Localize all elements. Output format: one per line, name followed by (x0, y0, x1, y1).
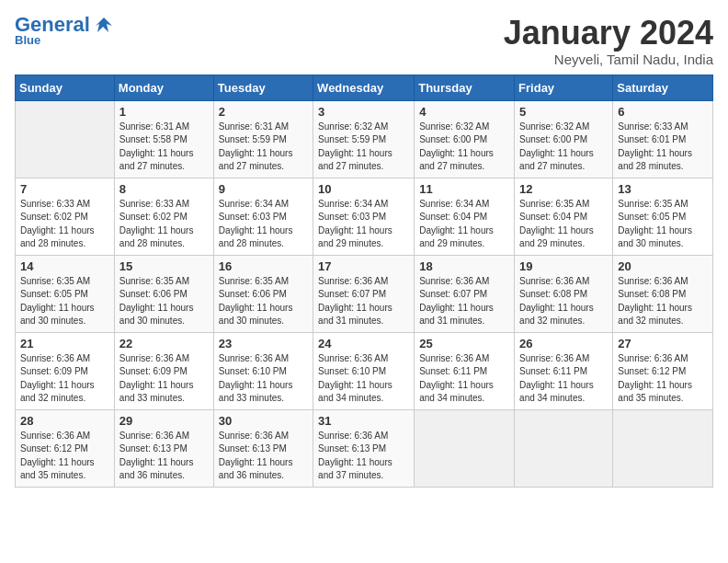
day-number: 15 (119, 259, 209, 273)
header-cell-saturday: Saturday (613, 75, 713, 100)
day-cell: 27Sunrise: 6:36 AM Sunset: 6:12 PM Dayli… (613, 332, 713, 409)
header-cell-thursday: Thursday (415, 75, 515, 100)
day-info: Sunrise: 6:33 AM Sunset: 6:02 PM Dayligh… (119, 198, 209, 251)
day-number: 30 (219, 414, 308, 428)
svg-marker-0 (96, 17, 112, 32)
day-cell: 20Sunrise: 6:36 AM Sunset: 6:08 PM Dayli… (613, 255, 713, 332)
day-number: 17 (318, 259, 409, 273)
day-cell: 13Sunrise: 6:35 AM Sunset: 6:05 PM Dayli… (613, 178, 713, 255)
page-header: General Blue January 2024 Neyveli, Tamil… (15, 15, 713, 67)
day-number: 9 (219, 182, 308, 196)
day-info: Sunrise: 6:34 AM Sunset: 6:03 PM Dayligh… (318, 198, 409, 251)
day-number: 8 (119, 182, 209, 196)
day-cell: 1Sunrise: 6:31 AM Sunset: 5:58 PM Daylig… (114, 100, 213, 178)
day-info: Sunrise: 6:36 AM Sunset: 6:12 PM Dayligh… (20, 430, 109, 483)
header-cell-wednesday: Wednesday (313, 75, 415, 100)
day-number: 11 (419, 182, 509, 196)
day-info: Sunrise: 6:36 AM Sunset: 6:07 PM Dayligh… (419, 275, 509, 328)
logo-blue: Blue (15, 33, 40, 47)
week-row-1: 1Sunrise: 6:31 AM Sunset: 5:58 PM Daylig… (16, 100, 713, 178)
day-info: Sunrise: 6:31 AM Sunset: 5:59 PM Dayligh… (219, 121, 308, 174)
day-cell: 21Sunrise: 6:36 AM Sunset: 6:09 PM Dayli… (16, 332, 115, 409)
day-info: Sunrise: 6:32 AM Sunset: 5:59 PM Dayligh… (318, 121, 409, 174)
day-cell: 5Sunrise: 6:32 AM Sunset: 6:00 PM Daylig… (515, 100, 613, 178)
day-number: 31 (318, 414, 409, 428)
day-number: 1 (119, 105, 209, 119)
week-row-5: 28Sunrise: 6:36 AM Sunset: 6:12 PM Dayli… (16, 409, 713, 487)
day-cell (515, 409, 613, 487)
day-cell: 12Sunrise: 6:35 AM Sunset: 6:04 PM Dayli… (515, 178, 613, 255)
day-number: 3 (318, 105, 409, 119)
day-number: 5 (519, 105, 608, 119)
day-number: 2 (219, 105, 308, 119)
day-number: 7 (20, 182, 109, 196)
week-row-4: 21Sunrise: 6:36 AM Sunset: 6:09 PM Dayli… (16, 332, 713, 409)
day-number: 25 (419, 337, 509, 350)
day-info: Sunrise: 6:33 AM Sunset: 6:01 PM Dayligh… (618, 121, 708, 174)
calendar-subtitle: Neyveli, Tamil Nadu, India (504, 52, 713, 67)
day-cell: 3Sunrise: 6:32 AM Sunset: 5:59 PM Daylig… (313, 100, 415, 178)
day-number: 18 (419, 259, 509, 273)
day-info: Sunrise: 6:36 AM Sunset: 6:07 PM Dayligh… (318, 275, 409, 328)
day-cell: 10Sunrise: 6:34 AM Sunset: 6:03 PM Dayli… (313, 178, 415, 255)
day-cell: 31Sunrise: 6:36 AM Sunset: 6:13 PM Dayli… (313, 409, 415, 487)
day-info: Sunrise: 6:36 AM Sunset: 6:08 PM Dayligh… (618, 275, 708, 328)
day-info: Sunrise: 6:36 AM Sunset: 6:13 PM Dayligh… (318, 430, 409, 483)
calendar-header: SundayMondayTuesdayWednesdayThursdayFrid… (16, 75, 713, 100)
header-cell-sunday: Sunday (16, 75, 115, 100)
day-number: 16 (219, 259, 308, 273)
day-info: Sunrise: 6:36 AM Sunset: 6:09 PM Dayligh… (20, 352, 109, 406)
day-cell: 25Sunrise: 6:36 AM Sunset: 6:11 PM Dayli… (415, 332, 515, 409)
day-cell: 23Sunrise: 6:36 AM Sunset: 6:10 PM Dayli… (213, 332, 313, 409)
day-number: 19 (519, 259, 608, 273)
day-cell: 30Sunrise: 6:36 AM Sunset: 6:13 PM Dayli… (213, 409, 313, 487)
day-info: Sunrise: 6:34 AM Sunset: 6:04 PM Dayligh… (419, 198, 509, 251)
day-cell: 9Sunrise: 6:34 AM Sunset: 6:03 PM Daylig… (213, 178, 313, 255)
day-number: 4 (419, 105, 509, 119)
day-number: 12 (519, 182, 608, 196)
day-info: Sunrise: 6:36 AM Sunset: 6:12 PM Dayligh… (618, 352, 708, 406)
calendar-table: SundayMondayTuesdayWednesdayThursdayFrid… (15, 75, 713, 488)
header-cell-tuesday: Tuesday (213, 75, 313, 100)
day-cell (613, 409, 713, 487)
day-info: Sunrise: 6:33 AM Sunset: 6:02 PM Dayligh… (20, 198, 109, 251)
week-row-3: 14Sunrise: 6:35 AM Sunset: 6:05 PM Dayli… (16, 255, 713, 332)
day-cell: 2Sunrise: 6:31 AM Sunset: 5:59 PM Daylig… (213, 100, 313, 178)
day-info: Sunrise: 6:35 AM Sunset: 6:06 PM Dayligh… (219, 275, 308, 328)
day-number: 21 (20, 337, 109, 350)
day-info: Sunrise: 6:35 AM Sunset: 6:05 PM Dayligh… (618, 198, 708, 251)
day-cell: 29Sunrise: 6:36 AM Sunset: 6:13 PM Dayli… (114, 409, 213, 487)
week-row-2: 7Sunrise: 6:33 AM Sunset: 6:02 PM Daylig… (16, 178, 713, 255)
title-block: January 2024 Neyveli, Tamil Nadu, India (504, 15, 713, 67)
day-info: Sunrise: 6:36 AM Sunset: 6:11 PM Dayligh… (419, 352, 509, 406)
day-number: 23 (219, 337, 308, 350)
day-cell: 6Sunrise: 6:33 AM Sunset: 6:01 PM Daylig… (613, 100, 713, 178)
day-cell: 7Sunrise: 6:33 AM Sunset: 6:02 PM Daylig… (16, 178, 115, 255)
day-cell: 28Sunrise: 6:36 AM Sunset: 6:12 PM Dayli… (16, 409, 115, 487)
day-cell (415, 409, 515, 487)
day-cell: 8Sunrise: 6:33 AM Sunset: 6:02 PM Daylig… (114, 178, 213, 255)
day-cell (16, 100, 115, 178)
day-info: Sunrise: 6:36 AM Sunset: 6:13 PM Dayligh… (219, 430, 308, 483)
day-number: 26 (519, 337, 608, 350)
day-info: Sunrise: 6:35 AM Sunset: 6:06 PM Dayligh… (119, 275, 209, 328)
header-cell-monday: Monday (114, 75, 213, 100)
day-info: Sunrise: 6:35 AM Sunset: 6:05 PM Dayligh… (20, 275, 109, 328)
day-info: Sunrise: 6:36 AM Sunset: 6:13 PM Dayligh… (119, 430, 209, 483)
day-number: 14 (20, 259, 109, 273)
day-number: 27 (618, 337, 708, 350)
logo-general: General (15, 15, 90, 35)
day-info: Sunrise: 6:36 AM Sunset: 6:11 PM Dayligh… (519, 352, 608, 406)
calendar-title: January 2024 (504, 15, 713, 52)
day-number: 24 (318, 337, 409, 350)
day-number: 10 (318, 182, 409, 196)
day-info: Sunrise: 6:34 AM Sunset: 6:03 PM Dayligh… (219, 198, 308, 251)
day-info: Sunrise: 6:35 AM Sunset: 6:04 PM Dayligh… (519, 198, 608, 251)
day-cell: 26Sunrise: 6:36 AM Sunset: 6:11 PM Dayli… (515, 332, 613, 409)
day-info: Sunrise: 6:36 AM Sunset: 6:10 PM Dayligh… (219, 352, 308, 406)
day-cell: 15Sunrise: 6:35 AM Sunset: 6:06 PM Dayli… (114, 255, 213, 332)
day-number: 29 (119, 414, 209, 428)
header-cell-friday: Friday (515, 75, 613, 100)
day-info: Sunrise: 6:32 AM Sunset: 6:00 PM Dayligh… (519, 121, 608, 174)
day-cell: 18Sunrise: 6:36 AM Sunset: 6:07 PM Dayli… (415, 255, 515, 332)
